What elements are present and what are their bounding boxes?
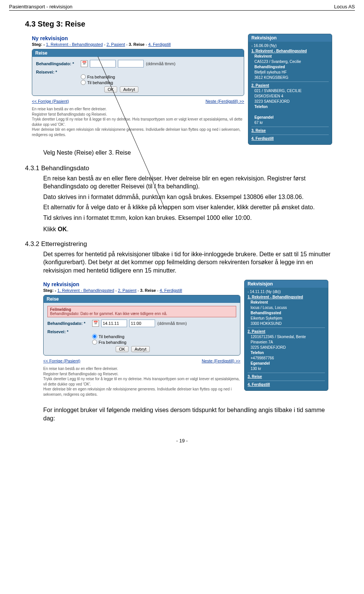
rekvisisjon-sidebar-2: Rekvisisjon - 14.11.11 (Ny (db)) 1. Rekv… bbox=[244, 280, 328, 391]
page-number: - 19 - bbox=[9, 438, 355, 444]
date-hint-2: (ddmmåå ttmm) bbox=[157, 321, 187, 326]
subhead-432: 4.3.2 Etterregistrering bbox=[25, 240, 355, 248]
next-link-2[interactable]: Neste (Ferdigstill) >> bbox=[202, 359, 240, 363]
step-2-link[interactable]: 2. Pasient bbox=[107, 42, 125, 47]
date-input-2[interactable] bbox=[101, 320, 127, 327]
intro-line: Velg Neste (Reise) eller 3. Reise bbox=[43, 149, 331, 157]
sidebar-step1-2[interactable]: 1. Rekvirent - Behandlingssted bbox=[248, 295, 303, 299]
ok-button[interactable]: OK bbox=[104, 86, 117, 92]
sidebar-step3[interactable]: 3. Reise bbox=[251, 129, 266, 133]
radio-fra-behandling[interactable]: Fra behandling bbox=[81, 74, 240, 79]
step-4-link-2[interactable]: 4. Ferdigstill bbox=[160, 288, 182, 293]
header-left: Pasienttransport - rekvisisjon bbox=[9, 4, 72, 9]
time-input[interactable] bbox=[118, 60, 144, 67]
para-5: Det sperres for hentetid på rekvisisjone… bbox=[43, 250, 331, 275]
calendar-icon[interactable]: 📅 bbox=[81, 60, 88, 67]
app-title-2: Ny rekvisisjon bbox=[43, 281, 240, 287]
wizard-steps: Steg: - 1. Rekvirent - Behandlingssted -… bbox=[32, 42, 244, 47]
header-right: Locus AS bbox=[334, 4, 355, 9]
sidebar-step4-2[interactable]: 4. Ferdigstill bbox=[248, 382, 270, 387]
panel-footnote: En reise kan bestå av en eller flere del… bbox=[32, 107, 244, 137]
para-3: Et alternativ for å velge dato er å klik… bbox=[43, 203, 331, 212]
date-hint: (ddmmåå ttmm) bbox=[146, 61, 176, 66]
sidebar-title: Rekvisisjon bbox=[248, 34, 332, 42]
time-input-2[interactable] bbox=[129, 320, 155, 327]
prev-link-2[interactable]: << Forrige (Pasient) bbox=[43, 359, 80, 363]
label-reisevei-2: Reisevei: * bbox=[47, 329, 90, 334]
klikk-ok: Klikk OK. bbox=[43, 226, 355, 233]
cancel-button-2[interactable]: Avbryt bbox=[131, 346, 150, 352]
sidebar-step3-2[interactable]: 3. Reise bbox=[248, 375, 262, 379]
sidebar-title-2: Rekvisisjon bbox=[245, 280, 328, 288]
reise-panel: Reise Behandlingsdato: * 📅 (ddmmåå ttmm)… bbox=[32, 49, 244, 96]
subhead-431: 4.3.1 Behandlingsdato bbox=[25, 165, 355, 172]
sidebar-step1[interactable]: 1. Rekvirent - Behandlingssted bbox=[251, 49, 307, 53]
ok-button-2[interactable]: OK bbox=[116, 346, 129, 352]
sidebar-step4[interactable]: 4. Ferdigstill bbox=[251, 136, 274, 141]
calendar-icon-2[interactable]: 📅 bbox=[92, 320, 99, 327]
prev-link[interactable]: << Forrige (Pasient) bbox=[32, 99, 69, 103]
radio-til-behandling[interactable]: Til behandling bbox=[81, 80, 240, 85]
cancel-button[interactable]: Avbryt bbox=[120, 86, 138, 92]
para-1: En reise kan bestå av en eller flere del… bbox=[43, 174, 331, 191]
radio-fra-input-2[interactable] bbox=[92, 340, 97, 345]
error-box: Feilmelding Behandlingsdato: Dato er for… bbox=[47, 306, 236, 317]
next-link[interactable]: Neste (Ferdigstill) >> bbox=[206, 99, 244, 103]
para-6: For innlogget bruker vil følgende meldin… bbox=[43, 406, 331, 422]
sidebar-step2-2[interactable]: 2. Pasient bbox=[248, 329, 265, 334]
panel-title: Reise bbox=[32, 49, 244, 57]
step-3-current-2: 3. Reise bbox=[140, 288, 156, 293]
panel-title-2: Reise bbox=[44, 295, 240, 303]
section-title: 4.3 Steg 3: Reise bbox=[25, 20, 355, 28]
page-header: Pasienttransport - rekvisisjon Locus AS bbox=[9, 0, 355, 11]
date-input[interactable] bbox=[90, 60, 116, 67]
step-1-link[interactable]: 1. Rekvirent - Behandlingssted bbox=[46, 42, 103, 47]
label-behandlingsdato: Behandlingsdato: * bbox=[36, 61, 78, 66]
reise-panel-2: Reise Feilmelding Behandlingsdato: Dato … bbox=[43, 295, 240, 356]
radio-til-input-2[interactable] bbox=[92, 334, 97, 339]
wizard-steps-2: Steg: - 1. Rekvirent - Behandlingssted -… bbox=[43, 288, 240, 293]
app-title: Ny rekvisisjon bbox=[32, 35, 244, 41]
para-2: Dato skrives inn i formatet ddmmåå, punk… bbox=[43, 193, 331, 201]
para-4: Tid skrives inn i formatet tt:mm, kolon … bbox=[43, 214, 331, 222]
step-1-link-2[interactable]: 1. Rekvirent - Behandlingssted bbox=[57, 288, 114, 293]
panel-footnote-2: En reise kan bestå av en eller flere del… bbox=[43, 366, 240, 397]
step-4-link[interactable]: 4. Ferdigstill bbox=[148, 42, 171, 47]
radio-fra-behandling-2[interactable]: Fra behandling bbox=[92, 340, 236, 345]
step-2-link-2[interactable]: 2. Pasient bbox=[118, 288, 136, 293]
step-3-current: 3. Reise bbox=[129, 42, 145, 47]
radio-fra-input[interactable] bbox=[81, 74, 86, 79]
rekvisisjon-sidebar: Rekvisisjon - 16.06.09 (Ny) 1. Rekvirent… bbox=[248, 34, 332, 145]
sidebar-step2[interactable]: 2. Pasient bbox=[251, 83, 269, 88]
radio-til-input[interactable] bbox=[81, 80, 86, 85]
label-behandlingsdato-2: Behandlingsdato: * bbox=[47, 321, 90, 326]
label-reisevei: Reisevei: * bbox=[36, 70, 78, 74]
radio-til-behandling-2[interactable]: Til behandling bbox=[92, 334, 236, 339]
